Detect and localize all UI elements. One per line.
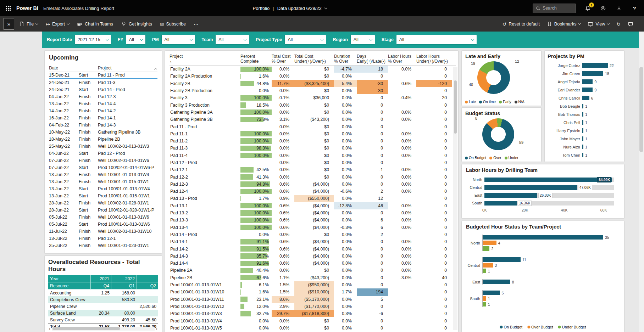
upcoming-row[interactable]: 16-Jan-22FinishPad 14-1 xyxy=(49,114,157,122)
budget-bar[interactable] xyxy=(483,241,496,245)
pm-bar-row[interactable]: Nure Aiza1 xyxy=(548,143,621,151)
file-menu[interactable]: File xyxy=(19,21,38,27)
labor-bar-row[interactable]: South16.36K xyxy=(466,199,620,207)
page-scrollbar[interactable] xyxy=(639,32,644,332)
project-row[interactable]: Facility 2B44.8%11.7%($3,325,400)5.4%-30… xyxy=(170,80,456,87)
legend-item[interactable]: Early xyxy=(499,100,511,104)
project-row[interactable]: Prod 100/01-01-013-01W332.7%29.7%($17,81… xyxy=(170,310,456,317)
pm-bar-row[interactable]: Bob Beagle1 xyxy=(548,102,621,110)
refresh-button[interactable]: ↻ xyxy=(616,22,621,27)
column-header[interactable]: Duration% Over xyxy=(334,53,357,64)
legend-item[interactable]: Over xyxy=(489,156,501,160)
pm-bar[interactable] xyxy=(582,136,583,141)
project-row[interactable]: Prod 100/01-01-013-01W40.0%0.0%$00.0%00 xyxy=(170,317,456,324)
project-row[interactable]: Prod 100/01-01-013-01W16.1%1.5%($950,000… xyxy=(170,281,456,288)
project-row[interactable]: Pad 12-394.8%0.6%($4,000)0.0%00.0%0 xyxy=(170,181,456,188)
legend-item[interactable]: Over Budget xyxy=(527,325,553,329)
budget-bar[interactable] xyxy=(483,263,493,268)
pm-bar-row[interactable]: John Moyer1 xyxy=(548,135,621,143)
project-row[interactable]: Gathering Pipeline 3A100.0%0.0%$00.0%00.… xyxy=(170,109,456,116)
upcoming-row[interactable]: 18-May-22FinishPipeline 2B xyxy=(49,136,157,143)
budget-bar[interactable] xyxy=(483,302,486,306)
upcoming-row[interactable]: 07-Jun-22FinishWell 100/02-01-014-01W6 xyxy=(49,157,157,164)
resource-row[interactable]: Survey Crew499.2045.60 xyxy=(48,316,158,323)
export-menu[interactable]: ↦ Export xyxy=(46,22,69,27)
project-row[interactable]: Facility 3 Production18.5%0.0%$00.0%00 xyxy=(170,101,456,108)
pm-bar-row[interactable]: Bob Thomas1 xyxy=(548,110,621,118)
project-row[interactable]: Pad 13-1100.0%0.6%($4,000)-12.8%460.0%0 xyxy=(170,202,456,209)
project-row[interactable]: Pad 12 - Prod0.0%$00.0%00 xyxy=(170,159,456,166)
pm-bar[interactable] xyxy=(582,120,583,125)
pm-bar[interactable] xyxy=(582,145,583,149)
upcoming-row[interactable]: 04-Jan-22FinishPad 12-3 xyxy=(49,93,157,100)
pm-bar-row[interactable]: Angel Tejada9 xyxy=(548,78,621,86)
chat-in-teams-button[interactable]: T Chat in Teams xyxy=(77,21,113,27)
legend-item[interactable]: On time xyxy=(479,100,496,104)
pm-bar-row[interactable]: Chris Pell1 xyxy=(548,118,621,126)
column-header[interactable]: Project▲ xyxy=(170,53,240,64)
pm-bar-row[interactable]: Harry Epstein1 xyxy=(548,126,621,135)
upcoming-row[interactable]: 05-Jul-22StartProd 100/01-01-013-01W6 xyxy=(49,221,157,228)
pm-bar[interactable] xyxy=(582,96,589,100)
pm-bar-row[interactable]: Earl Evander9 xyxy=(548,86,621,94)
column-header[interactable]: Total Cost% Over xyxy=(272,53,294,64)
project-row[interactable]: Pad 13 - Prod1.7%0.9%($550,000)0.0%120 xyxy=(170,195,456,202)
project-row[interactable]: Prod 100/01-01-013-01W50.0%0.0%$00.0%00 xyxy=(170,325,456,332)
project-row[interactable]: Pad 11-1100.0%0.0%$00.0%00.0%0 xyxy=(170,130,456,137)
labor-bar-row[interactable]: East26.88K xyxy=(466,191,620,199)
project-row[interactable]: Facility 2B Production0.0%0.0%$00.0%-300 xyxy=(170,87,456,94)
app-launcher-icon[interactable] xyxy=(6,6,11,11)
project-row[interactable]: Pad 11-2100.0%0.0%$00.0%00.0%0 xyxy=(170,137,456,145)
scroll-left-icon[interactable]: ‹ xyxy=(48,326,52,331)
labor-bar-row[interactable]: Central47.06K xyxy=(466,184,620,191)
upcoming-row[interactable]: 13-Jun-22StartProd 100/01-01-015-01W1 xyxy=(49,192,157,199)
labor-bar[interactable] xyxy=(484,201,517,206)
data-updated-label[interactable]: Data updated 6/28/22 xyxy=(277,6,322,11)
pm-bar[interactable] xyxy=(582,71,603,76)
scroll-right-icon[interactable]: › xyxy=(155,326,159,331)
upcoming-row[interactable]: 11-Jul-22FinishWell 100/02-01-013-01W10 xyxy=(49,228,157,235)
upcoming-row[interactable]: 04-Feb-22FinishPad 14-3 xyxy=(49,122,157,129)
project-row[interactable]: Pipeline 2B67.6%1.1%($43,200)0.0%0-3.0%4… xyxy=(170,274,456,281)
project-row[interactable]: Pad 14-291.5%0.6%($4,000)0.0%00.0%0 xyxy=(170,245,456,252)
get-insights-button[interactable]: Get insights xyxy=(121,21,152,27)
labor-bar[interactable] xyxy=(484,193,537,198)
project-row[interactable]: Pad 12-241.3%0.0%$00.0%00.0%0 xyxy=(170,173,456,180)
budget-bar[interactable] xyxy=(483,296,486,301)
upcoming-row[interactable]: 15-Dec-21StartPad 11 - Prod xyxy=(49,72,157,79)
upcoming-row[interactable]: 28-Jun-22FinishWell 100/02-01-028-01W1 xyxy=(49,199,157,207)
labor-bar[interactable] xyxy=(484,178,612,182)
resource-row[interactable]: Surface Land20.3480.00 xyxy=(48,310,158,316)
project-row[interactable]: Prod 100/01-01-013-01W1212.0%2.9%($1,770… xyxy=(170,303,456,310)
upcoming-row[interactable]: 13-Jun-22FinishWell 100/01-01-013-01W4 xyxy=(49,171,157,178)
expand-pane-button[interactable]: » xyxy=(4,18,14,30)
upcoming-row[interactable]: 24-Dec-21StartPad 14 - Prod xyxy=(49,86,157,93)
budget-bar[interactable] xyxy=(483,280,510,284)
pm-bar[interactable] xyxy=(582,104,583,108)
late-early-donut[interactable] xyxy=(477,61,510,94)
budget-bar[interactable] xyxy=(483,291,500,295)
project-row[interactable]: Gathering Pipeline 3B73.8%3.1%($43,200)0… xyxy=(170,116,456,123)
legend-item[interactable]: On Budget xyxy=(500,325,522,329)
upcoming-row[interactable]: 24-Dec-21FinishPad 11-3 xyxy=(49,79,157,86)
pm-bar-row[interactable]: Tom Chen1 xyxy=(548,151,621,159)
project-row[interactable]: Pad 14-385.7%0.6%($4,000)0.0%00.0%0 xyxy=(170,253,456,260)
resource-row[interactable]: Accounting1.25168.00 xyxy=(48,289,158,296)
project-row[interactable]: Pad 13-3100.0%0.6%($4,000)0.0%60.0%0 xyxy=(170,216,456,224)
column-header-date[interactable]: Date xyxy=(49,66,79,71)
upcoming-row[interactable]: 04-Jun-22StartPad 12 - Prod xyxy=(49,150,157,157)
search-input[interactable] xyxy=(543,6,571,11)
column-header[interactable]: DaysEarly(+)/Late(-) xyxy=(357,53,388,64)
upcoming-row[interactable]: 10-May-22FinishGathering Pipeline 3B xyxy=(49,129,157,136)
budget-bar[interactable] xyxy=(483,257,521,262)
portfolio-breadcrumb[interactable]: Portfolio xyxy=(253,6,270,11)
upcoming-row[interactable]: 13-Jan-22FinishPad 14-4 xyxy=(49,100,157,107)
pm-bar[interactable] xyxy=(582,88,593,92)
comments-button[interactable] xyxy=(628,21,633,27)
upcoming-row[interactable]: 05-Jul-22FinishWell 100/01-01-013-01W6 xyxy=(49,214,157,221)
pm-bar[interactable] xyxy=(582,153,583,157)
scrollbar-thumb[interactable] xyxy=(639,67,643,152)
resource-row[interactable]: Completions Crew580.80 xyxy=(48,296,158,303)
column-header[interactable]: Labor HoursUnder(+)/Over(-) xyxy=(416,53,452,64)
project-row[interactable]: Pad 14 - Prod0.0%0.0%$00.0%20 xyxy=(170,231,456,238)
